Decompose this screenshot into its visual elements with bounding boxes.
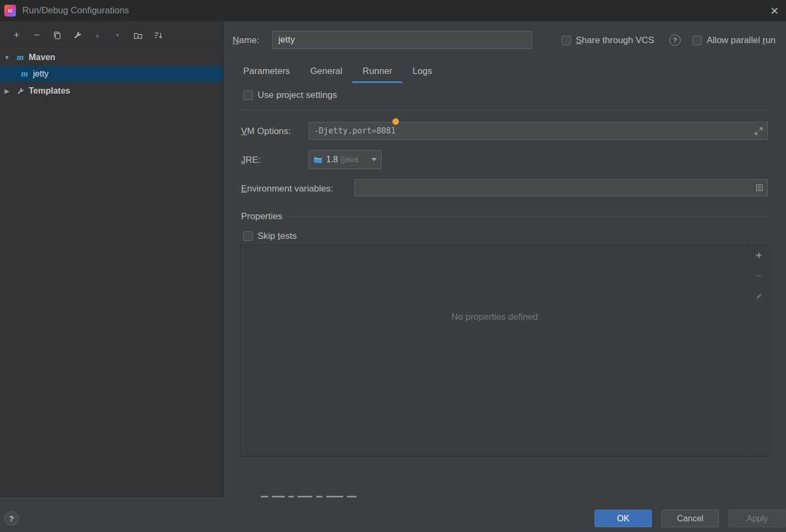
vm-options-value: -Djetty.port=8081: [314, 126, 396, 136]
no-properties-message: No properties defined: [241, 312, 749, 322]
allow-parallel-run-label: Allow parallel run: [707, 35, 775, 46]
templates-group-label: Templates: [29, 86, 70, 96]
add-property-button[interactable]: +: [752, 248, 766, 262]
name-label: Name:: [233, 35, 259, 46]
clipped-text-fragment: [326, 496, 343, 497]
clipped-text-fragment: [272, 496, 285, 497]
sidebar-item-jetty[interactable]: m jetty: [0, 66, 223, 82]
environment-variables-label: Environment variables:: [241, 184, 333, 194]
clipped-text-fragment: [316, 496, 322, 497]
help-button[interactable]: ?: [4, 511, 19, 526]
maven-group-label: Maven: [29, 53, 55, 62]
maven-icon: m: [18, 69, 31, 79]
share-through-vcs-checkbox[interactable]: [561, 36, 571, 45]
properties-section-title: Properties: [241, 211, 282, 222]
vm-options-input[interactable]: -Djetty.port=8081: [309, 122, 768, 140]
jre-selected-value: 1.8: [326, 155, 338, 164]
intellij-logo-icon: IJ: [4, 5, 16, 16]
clipped-text-fragment: [288, 496, 294, 497]
jetty-config-label: jetty: [33, 69, 48, 79]
close-icon[interactable]: ×: [771, 2, 779, 19]
move-down-button[interactable]: ▼: [107, 29, 128, 41]
environment-variables-input[interactable]: [354, 179, 768, 196]
edit-property-button[interactable]: [752, 289, 766, 303]
tab-general[interactable]: General: [300, 60, 352, 82]
name-input[interactable]: [272, 31, 532, 49]
skip-tests-option: Skip tests: [243, 231, 297, 242]
properties-toolbar-divider: [748, 245, 749, 456]
intention-bulb-icon[interactable]: [392, 118, 399, 125]
maven-icon: m: [14, 52, 27, 63]
chevron-right-icon[interactable]: ▶: [0, 88, 14, 95]
properties-section-divider: [287, 216, 770, 217]
copy-configuration-button[interactable]: [47, 29, 67, 41]
window-title: Run/Debug Configurations: [22, 5, 129, 16]
skip-tests-label: Skip tests: [258, 231, 297, 242]
content-bottom-divider: [233, 471, 778, 472]
apply-button[interactable]: Apply: [729, 510, 786, 527]
jre-dropdown[interactable]: 1.8 (java: [309, 150, 382, 169]
cancel-button[interactable]: Cancel: [661, 510, 719, 527]
clipped-text-fragment: [261, 496, 268, 497]
configurations-sidebar: + − ▲ ▼ ▼ m: [0, 21, 224, 498]
use-project-settings-checkbox[interactable]: [243, 90, 253, 100]
tab-parameters[interactable]: Parameters: [233, 60, 300, 82]
edit-defaults-button[interactable]: [67, 29, 87, 41]
environment-variables-field-wrap: [354, 179, 768, 196]
tab-logs[interactable]: Logs: [402, 60, 442, 82]
use-project-settings-label: Use project settings: [258, 90, 337, 101]
skip-tests-checkbox[interactable]: [243, 231, 253, 241]
titlebar: IJ Run/Debug Configurations ×: [0, 0, 786, 21]
move-up-button[interactable]: ▲: [87, 29, 107, 41]
sort-configurations-button[interactable]: [148, 29, 168, 41]
browse-variables-icon[interactable]: [755, 184, 764, 192]
sidebar-item-templates[interactable]: ▶ Templates: [0, 83, 223, 99]
clipped-text-fragment: [297, 496, 312, 497]
ok-button[interactable]: OK: [594, 510, 652, 527]
remove-configuration-button[interactable]: −: [27, 29, 47, 41]
sidebar-item-maven[interactable]: ▼ m Maven: [0, 49, 223, 65]
jre-label: JRE:: [241, 155, 261, 165]
new-folder-button[interactable]: [128, 29, 148, 41]
clipped-text-row: [261, 494, 357, 497]
properties-table: + − No properties defined: [240, 245, 770, 456]
tab-runner[interactable]: Runner: [352, 60, 402, 82]
sidebar-toolbar: + − ▲ ▼: [0, 21, 223, 49]
add-configuration-button[interactable]: +: [6, 29, 27, 41]
vcs-help-icon[interactable]: ?: [669, 35, 681, 46]
share-through-vcs-option: Share through VCS: [561, 35, 654, 46]
allow-parallel-run-checkbox[interactable]: [692, 36, 702, 45]
config-tabs: Parameters General Runner Logs: [233, 60, 778, 83]
section-divider: [240, 110, 770, 110]
wrench-icon: [14, 87, 27, 95]
allow-parallel-run-option: Allow parallel run: [692, 35, 775, 46]
folder-icon: [313, 156, 322, 164]
expand-editor-icon[interactable]: [754, 127, 763, 136]
vm-options-label: VM Options:: [241, 126, 291, 137]
chevron-down-icon[interactable]: ▼: [0, 54, 14, 61]
share-through-vcs-label: Share through VCS: [576, 35, 654, 46]
remove-property-button[interactable]: −: [752, 269, 766, 282]
use-project-settings-option: Use project settings: [243, 90, 337, 101]
clipped-text-fragment: [347, 496, 357, 497]
chevron-down-icon: [371, 158, 377, 161]
jre-selected-detail: (java: [340, 155, 359, 164]
